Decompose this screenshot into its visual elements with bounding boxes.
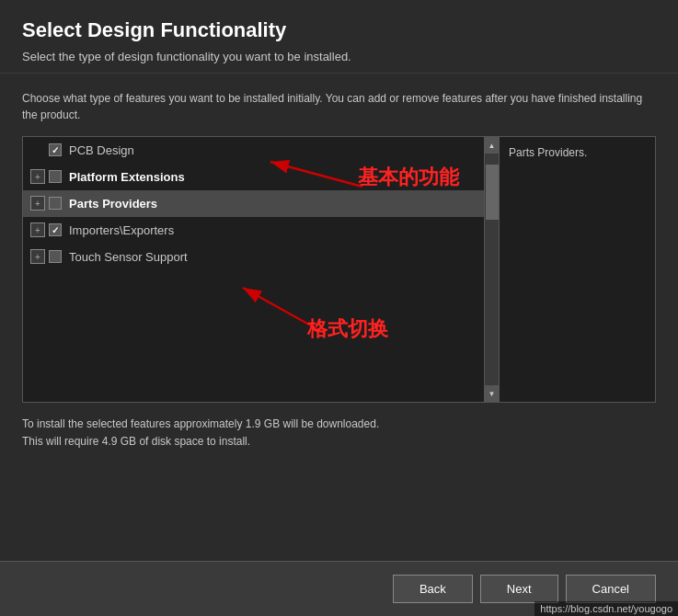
label-touch-sensor: Touch Sensor Support (69, 250, 188, 264)
checkbox-touch-sensor[interactable] (49, 250, 62, 263)
feature-item-platform-extensions[interactable]: + Platform Extensions (23, 164, 484, 190)
label-platform-extensions: Platform Extensions (69, 170, 185, 184)
url-bar: https://blog.csdn.net/yougogo (534, 601, 678, 616)
scroll-down-button[interactable]: ▼ (485, 385, 500, 402)
header: Select Design Functionality Select the t… (0, 0, 678, 74)
checkbox-platform-extensions[interactable] (49, 170, 62, 183)
scrollbar-thumb (486, 165, 499, 220)
disk-info-line1: To install the selected features approxi… (22, 416, 656, 433)
dialog: Select Design Functionality Select the t… (0, 0, 678, 616)
side-panel: Parts Providers. (499, 137, 655, 402)
feature-item-pcb-design[interactable]: PCB Design (23, 137, 484, 164)
checkbox-importers-exporters[interactable] (49, 223, 62, 236)
expander-touch-sensor[interactable]: + (30, 249, 45, 264)
side-panel-text: Parts Providers. (509, 146, 587, 159)
disk-info: To install the selected features approxi… (22, 416, 656, 451)
cancel-button[interactable]: Cancel (566, 575, 656, 603)
label-importers-exporters: Importers\Exporters (69, 223, 174, 237)
content-description: Choose what type of features you want to… (22, 90, 656, 123)
disk-info-line2: This will require 4.9 GB of disk space t… (22, 433, 656, 451)
label-pcb-design: PCB Design (69, 143, 134, 157)
dialog-subtitle: Select the type of design functionality … (22, 50, 656, 63)
label-parts-providers: Parts Providers (69, 197, 157, 211)
content-area: Choose what type of features you want to… (0, 74, 678, 561)
back-button[interactable]: Back (393, 575, 473, 603)
dialog-title: Select Design Functionality (22, 18, 656, 42)
feature-item-touch-sensor[interactable]: + Touch Sensor Support (23, 244, 484, 270)
feature-list: PCB Design + Platform Extensions + Parts… (23, 137, 484, 402)
checkbox-pcb-design[interactable] (49, 143, 62, 156)
scrollbar[interactable]: ▲ ▼ (484, 137, 499, 402)
expander-empty (30, 143, 45, 157)
expander-parts-providers[interactable]: + (30, 196, 45, 211)
feature-item-importers-exporters[interactable]: + Importers\Exporters (23, 217, 484, 244)
feature-panel: PCB Design + Platform Extensions + Parts… (22, 136, 656, 403)
scroll-up-button[interactable]: ▲ (485, 137, 500, 154)
feature-item-parts-providers[interactable]: + Parts Providers (23, 190, 484, 217)
checkbox-parts-providers[interactable] (49, 197, 62, 210)
next-button[interactable]: Next (480, 575, 558, 603)
scrollbar-track (486, 155, 499, 383)
expander-platform-extensions[interactable]: + (30, 169, 45, 184)
expander-importers-exporters[interactable]: + (30, 222, 45, 237)
